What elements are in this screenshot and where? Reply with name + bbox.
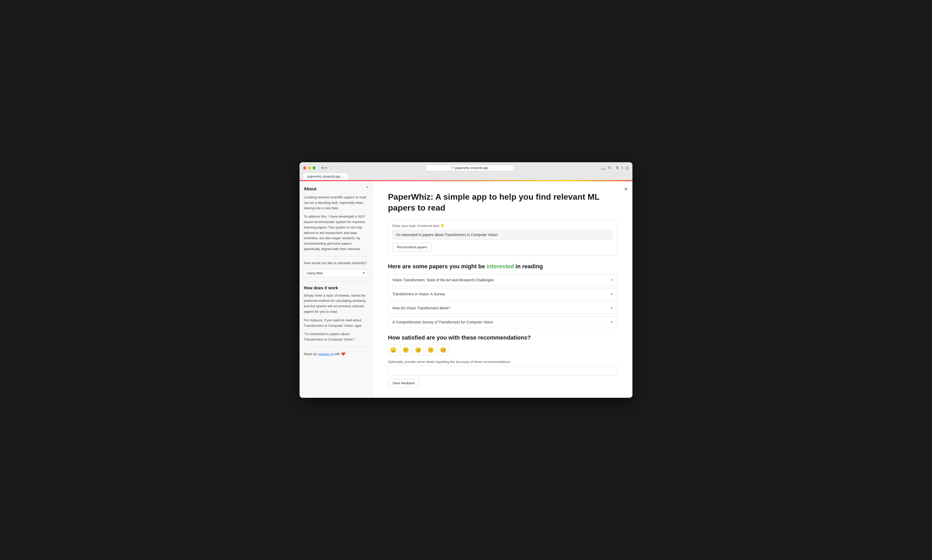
paper-title-0: Vision Transformers: State of the Art an… [392,278,494,282]
satisfaction-after: are you with these recommendations? [425,334,531,341]
footer-after: with ❤️ [333,352,345,356]
traffic-light-green[interactable] [312,166,316,169]
main-content: PaperWhiz: A simple app to help you find… [372,181,632,398]
share-icon[interactable]: ⬆ [615,165,619,170]
similarity-label: How would you like to calculate similari… [304,260,368,266]
security-icon: 🛡 [451,166,455,170]
topic-input[interactable] [392,230,612,240]
papers-title-after: in reading [514,263,543,269]
about-text-2: To address this, I have developed a NLP-… [304,214,368,252]
chevron-icon-1: ▾ [611,292,612,296]
emoji-btn-0[interactable]: 😞 [388,345,398,355]
footer-link[interactable]: yassine-rd [317,352,333,356]
emoji-btn-2[interactable]: 😐 [413,345,423,355]
traffic-light-yellow[interactable] [308,166,311,169]
reader-icon: 📖 [601,165,606,170]
paper-header-2[interactable]: How Do Vision Transformers Work? ▾ [388,302,617,314]
tab-list-icon[interactable]: ⊡ [625,165,629,170]
paper-item-2: How Do Vision Transformers Work? ▾ [388,302,617,314]
page-title: PaperWhiz: A simple app to help you find… [388,192,617,213]
emoji-btn-4[interactable]: 😊 [438,345,448,355]
refresh-icon[interactable]: ↻ [608,165,611,170]
address-bar[interactable]: 🛡 paperwhiz.streamlit.app [425,165,514,171]
paper-item-0: Vision Transformers: State of the Art an… [388,274,617,286]
sidebar: × About Locating relevant scientific pap… [300,181,372,398]
paper-header-0[interactable]: Vision Transformers: State of the Art an… [388,274,617,286]
feedback-input[interactable] [388,366,617,376]
paper-header-3[interactable]: A Comprehensive Survey of Transformers f… [388,316,617,328]
about-heading: About [304,186,368,192]
tab-title: paperwhiz.streamlit.app [308,175,340,178]
how-text-1: Simply enter a topic of interest, select… [304,293,368,315]
traffic-light-red[interactable] [303,166,306,169]
paper-title-2: How Do Vision Transformers Work? [392,306,450,310]
satisfaction-title: How satisfied are you with these recomme… [388,334,617,341]
browser-tab[interactable]: paperwhiz.streamlit.app × [303,173,348,180]
emoji-btn-1[interactable]: 🙁 [400,345,411,355]
paper-title-1: Transformers in Vision: A Survey [392,292,445,296]
sidebar-toggle-btn[interactable]: ⊞ ▾ [320,165,328,170]
recommend-btn[interactable]: Recommend papers [392,243,432,251]
new-tab-icon[interactable]: + [621,166,623,170]
sidebar-footer: Made by yassine-rd with ❤️ [304,352,368,356]
satisfaction-highlight: satisfied [402,334,425,341]
back-btn[interactable]: ‹ [330,165,334,170]
sidebar-close-btn[interactable]: × [366,185,369,189]
similarity-select-wrapper: Using titles Using abstracts ▼ [304,269,368,277]
how-text-2: For instance, if you want to read about … [304,318,368,329]
paper-item-1: Transformers in Vision: A Survey ▾ [388,288,617,300]
papers-title-before: Here are some papers you might be [388,263,486,269]
how-heading: How does it work [304,286,368,291]
emoji-btn-3[interactable]: 🙂 [425,345,436,355]
input-box: Enter your topic of interest here 👇 Reco… [388,219,617,256]
divider-3 [304,346,368,347]
chevron-icon-3: ▾ [611,320,612,324]
papers-list: Vision Transformers: State of the Art an… [388,274,617,328]
papers-section-title: Here are some papers you might be intere… [388,263,617,270]
hamburger-menu-btn[interactable]: ≡ [624,186,627,192]
url-text: paperwhiz.streamlit.app [455,166,488,170]
about-text-1: Locating relevant scientific papers to r… [304,195,368,211]
papers-highlight: interested [486,263,514,269]
paper-header-1[interactable]: Transformers in Vision: A Survey ▾ [388,288,617,300]
forward-btn[interactable]: › [335,165,338,170]
paper-title-3: A Comprehensive Survey of Transformers f… [392,320,493,324]
satisfaction-before: How [388,334,402,341]
feedback-label: Optionally, provide some detail regardin… [388,360,617,364]
paper-item-3: A Comprehensive Survey of Transformers f… [388,316,617,328]
chevron-icon-2: ▾ [611,306,612,310]
similarity-select[interactable]: Using titles Using abstracts [304,269,368,277]
tab-close-btn[interactable]: × [342,175,343,178]
how-text-3: "I'm interested in papers about Transfor… [304,331,368,342]
divider-2 [304,281,368,282]
emoji-row: 😞 🙁 😐 🙂 😊 [388,345,617,355]
input-label: Enter your topic of interest here 👇 [392,224,612,228]
footer-before: Made by [304,352,317,356]
save-btn[interactable]: Save feedback [388,379,419,388]
chevron-icon-0: ▾ [611,278,612,282]
